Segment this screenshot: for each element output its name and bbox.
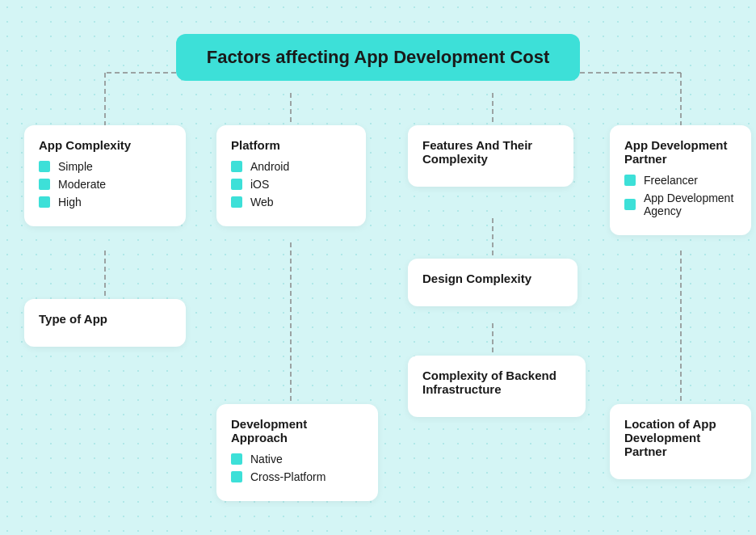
card-features: Features And Their Complexity xyxy=(408,125,573,187)
card-type-of-app: Type of App xyxy=(24,299,186,347)
list-item: iOS xyxy=(231,178,351,191)
backend-complexity-title: Complexity of Backend Infrastructure xyxy=(422,369,571,396)
bullet-icon xyxy=(231,471,242,482)
list-item: Freelancer xyxy=(624,174,737,187)
location-title: Location of App Development Partner xyxy=(624,417,737,458)
type-of-app-title: Type of App xyxy=(39,312,171,326)
main-title-box: Factors affecting App Development Cost xyxy=(176,34,580,81)
card-app-complexity: App Complexity Simple Moderate High xyxy=(24,125,186,226)
list-item: Simple xyxy=(39,160,171,173)
bullet-icon xyxy=(39,196,50,208)
list-item: Android xyxy=(231,160,351,173)
bullet-icon xyxy=(39,161,50,172)
card-backend-complexity: Complexity of Backend Infrastructure xyxy=(408,356,586,417)
bullet-icon xyxy=(231,453,242,465)
list-item: App Development Agency xyxy=(624,192,737,217)
diagram-container: Factors affecting App Development Cost A… xyxy=(0,0,756,535)
list-item: High xyxy=(39,196,171,209)
dev-approach-title: Development Approach xyxy=(231,417,363,444)
app-dev-partner-title: App Development Partner xyxy=(624,138,737,166)
bullet-icon xyxy=(624,175,636,186)
platform-title: Platform xyxy=(231,138,351,152)
bullet-icon xyxy=(231,161,242,172)
card-location: Location of App Development Partner xyxy=(610,404,751,479)
list-item: Native xyxy=(231,453,363,465)
card-design-complexity: Design Complexity xyxy=(408,259,578,306)
list-item: Cross-Platform xyxy=(231,470,363,483)
list-item: Web xyxy=(231,196,351,209)
app-complexity-title: App Complexity xyxy=(39,138,171,152)
features-title: Features And Their Complexity xyxy=(422,138,559,166)
card-app-dev-partner: App Development Partner Freelancer App D… xyxy=(610,125,751,235)
card-platform: Platform Android iOS Web xyxy=(216,125,366,226)
bullet-icon xyxy=(39,179,50,190)
bullet-icon xyxy=(624,199,636,210)
list-item: Moderate xyxy=(39,178,171,191)
design-complexity-title: Design Complexity xyxy=(422,272,563,285)
main-title: Factors affecting App Development Cost xyxy=(207,47,550,67)
bullet-icon xyxy=(231,179,242,190)
card-development-approach: Development Approach Native Cross-Platfo… xyxy=(216,404,378,501)
bullet-icon xyxy=(231,196,242,208)
